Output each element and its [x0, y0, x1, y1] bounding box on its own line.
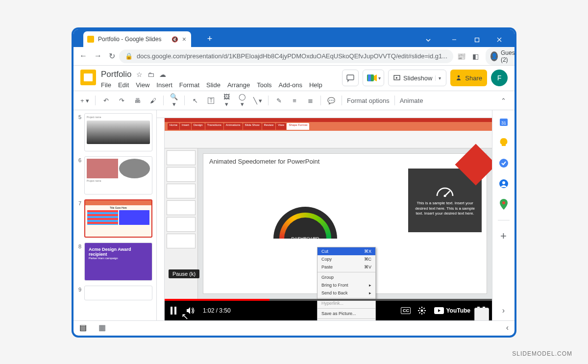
paint-format-button[interactable]: 🖌 [147, 97, 158, 104]
move-folder-icon[interactable]: 🗀 [147, 71, 154, 78]
add-panel-button[interactable]: + [499, 231, 509, 241]
maps-icon[interactable] [499, 199, 509, 209]
format-options-button[interactable]: Format options [347, 97, 390, 104]
undo-button[interactable]: ↶ [100, 97, 111, 104]
footer-collapse-button[interactable]: ‹ [506, 323, 509, 332]
horizontal-ruler [157, 110, 492, 118]
meet-button[interactable]: ▾ [363, 70, 384, 86]
menu-slide[interactable]: Slide [206, 81, 220, 89]
collapse-toolbar-button[interactable]: ⌃ [498, 97, 509, 104]
menu-insert[interactable]: Insert [156, 81, 172, 89]
pause-button[interactable]: ↖ [170, 306, 179, 315]
url-text: docs.google.com/presentation/d/1KBPEloaj… [137, 52, 447, 60]
menu-bar: File Edit View Insert Format Slide Arran… [101, 81, 337, 89]
app-header: Portfolio ☆ 🗀 ☁ File Edit View Insert Fo… [74, 66, 514, 91]
explore-button[interactable] [474, 308, 489, 320]
slide-thumbnail-6[interactable]: Project name [84, 156, 152, 194]
svg-text:31: 31 [501, 121, 506, 125]
context-bring-front[interactable]: Bring to Front▸ [318, 281, 375, 289]
slide-thumbnail-9[interactable] [84, 286, 152, 300]
context-save-picture[interactable]: Save as Picture... [318, 310, 375, 317]
menu-help[interactable]: Help [309, 81, 322, 89]
vertical-ruler [157, 118, 165, 320]
context-menu[interactable]: Cut⌘X Copy⌘C Paste⌘V Group Bring to Fron… [317, 247, 376, 320]
context-send-back[interactable]: Send to Back▸ [318, 289, 375, 297]
avatar-icon: 👤 [490, 51, 498, 61]
slideshow-button[interactable]: Slideshow ▾ [388, 70, 446, 86]
context-paste[interactable]: Paste⌘V [318, 263, 375, 271]
print-button[interactable]: 🖶 [132, 97, 143, 104]
profile-button[interactable]: 👤 Guest (2) [486, 48, 514, 65]
reload-button[interactable]: ↻ [109, 51, 115, 61]
comment-history-button[interactable] [342, 70, 359, 86]
menu-view[interactable]: View [136, 81, 149, 89]
zoom-button[interactable]: 🔍 ▾ [169, 93, 179, 108]
contacts-icon[interactable] [499, 179, 509, 189]
window-maximize-button[interactable] [466, 32, 488, 47]
redo-button[interactable]: ↷ [116, 97, 127, 104]
settings-icon[interactable] [417, 306, 427, 315]
context-size-position[interactable]: Size and Position... [318, 320, 375, 320]
new-slide-button[interactable]: + ▾ [79, 97, 90, 104]
shape-tool[interactable]: ◯ ▾ [237, 93, 247, 108]
tab-close-icon[interactable]: × [182, 35, 186, 43]
video-content: Home Insert Design Transitions Animation… [165, 118, 492, 299]
menu-file[interactable]: File [101, 81, 111, 89]
document-title[interactable]: Portfolio [101, 70, 131, 79]
slideshow-caret-icon: ▾ [435, 75, 441, 81]
youtube-logo[interactable]: YouTube [434, 307, 470, 314]
menu-arrange[interactable]: Arrange [227, 81, 250, 89]
align-center-icon[interactable]: ≣ [305, 97, 316, 104]
video-time: 1:02 / 3:50 [203, 307, 231, 314]
gauge-icon [435, 184, 455, 197]
filmstrip-view-icon[interactable]: ▤ [79, 323, 87, 332]
share-button[interactable]: Share [450, 70, 487, 86]
menu-format[interactable]: Format [179, 81, 199, 89]
slideshow-label: Slideshow [403, 74, 432, 82]
youtube-video-embed: Home Insert Design Transitions Animation… [165, 118, 492, 320]
browser-window: Portfolio - Google Slides 🔇 × + ← → ↻ 🔒 … [74, 29, 514, 336]
side-panel: 31 + › [492, 110, 514, 320]
context-copy[interactable]: Copy⌘C [318, 255, 375, 263]
tasks-icon[interactable] [499, 158, 509, 168]
comment-tool[interactable]: 💬 [326, 97, 337, 104]
cloud-status-icon[interactable]: ☁ [159, 71, 166, 78]
line-tool[interactable]: ╲ ▾ [252, 97, 263, 104]
textbox-tool[interactable]: 🅃 [205, 97, 216, 104]
window-close-button[interactable] [488, 32, 511, 47]
context-cut[interactable]: Cut⌘X [318, 247, 375, 255]
slides-logo-icon[interactable] [80, 70, 96, 85]
calendar-icon[interactable]: 31 [499, 117, 509, 127]
slide-thumbnail-7[interactable]: Title Goes Here [84, 199, 152, 238]
slide-thumbnail-5[interactable]: Project name [84, 113, 152, 151]
slide-thumbnail-8[interactable]: Acme Design Award recipientParker Ham ca… [84, 243, 152, 281]
account-avatar[interactable]: F [491, 70, 508, 86]
animate-button[interactable]: Animate [400, 97, 423, 104]
tab-chevron-icon[interactable] [425, 37, 431, 43]
star-icon[interactable]: ☆ [136, 71, 143, 78]
menu-addons[interactable]: Add-ons [279, 81, 302, 89]
menu-edit[interactable]: Edit [118, 81, 129, 89]
image-tool[interactable]: 🖼 ▾ [221, 93, 232, 108]
back-button[interactable]: ← [79, 51, 87, 61]
menu-tools[interactable]: Tools [257, 81, 271, 89]
tab-mute-icon[interactable]: 🔇 [172, 36, 178, 43]
video-progress-bar[interactable] [165, 299, 492, 301]
window-minimize-button[interactable] [443, 32, 466, 47]
keep-icon[interactable] [499, 138, 509, 147]
svg-point-5 [458, 75, 460, 77]
cc-button[interactable]: CC [401, 307, 411, 314]
browser-tab[interactable]: Portfolio - Google Slides 🔇 × [83, 31, 191, 47]
context-group[interactable]: Group [318, 273, 375, 281]
forward-button[interactable]: → [94, 51, 102, 61]
select-tool[interactable]: ↖ [190, 97, 200, 104]
extension-icon[interactable]: ◧ [472, 52, 479, 60]
align-left-icon[interactable]: ≡ [289, 97, 300, 104]
dropdown-caret-icon: ▾ [378, 75, 381, 81]
new-tab-button[interactable]: + [203, 32, 217, 45]
side-panel-collapse[interactable]: › [499, 306, 509, 315]
grid-view-icon[interactable]: ▦ [98, 323, 106, 332]
pen-tool[interactable]: ✎ [273, 97, 284, 104]
url-field[interactable]: 🔒 docs.google.com/presentation/d/1KBPElo… [119, 49, 453, 63]
reader-mode-icon[interactable]: 📰 [457, 52, 466, 60]
